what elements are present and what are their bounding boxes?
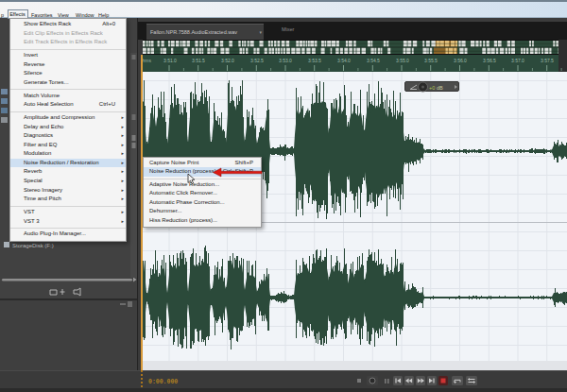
- svg-text:dB: dB: [437, 85, 443, 91]
- svg-text:+0: +0: [429, 85, 435, 91]
- svg-text:StorageDisk (F:): StorageDisk (F:): [12, 243, 54, 248]
